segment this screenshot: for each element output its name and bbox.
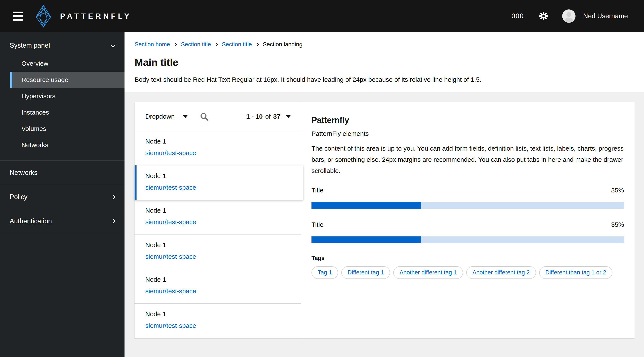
list-pane: Dropdown 1 - 10 of 37 — [134, 102, 301, 338]
tag-chip[interactable]: Tag 1 — [312, 266, 338, 279]
node-title: Node 1 — [145, 138, 291, 145]
breadcrumb-separator-icon — [174, 43, 177, 46]
content-section: Dropdown 1 - 10 of 37 — [124, 92, 644, 357]
page-description: Body text should be Red Hat Text Regular… — [134, 75, 634, 84]
pagination-menu[interactable]: 1 - 10 of 37 — [246, 113, 291, 120]
page-title: Main title — [134, 56, 634, 68]
node-link[interactable]: siemur/test-space — [145, 288, 291, 295]
list-item[interactable]: Node 1 siemur/test-space — [134, 200, 301, 235]
list-item[interactable]: Node 1 siemur/test-space — [134, 131, 301, 165]
tag-chip[interactable]: Different than tag 1 or 2 — [539, 266, 612, 279]
list-item[interactable]: Node 1 siemur/test-space — [134, 304, 301, 338]
node-title: Node 1 — [145, 207, 291, 214]
settings-button[interactable] — [539, 11, 548, 20]
node-title: Node 1 — [145, 241, 291, 249]
chevron-right-icon — [110, 194, 116, 200]
node-link[interactable]: siemur/test-space — [145, 149, 291, 157]
node-link[interactable]: siemur/test-space — [145, 184, 293, 191]
page-header: Section home Section title Section title… — [124, 32, 644, 92]
tag-chip[interactable]: Another different tag 2 — [466, 266, 536, 279]
hamburger-icon — [13, 15, 23, 17]
breadcrumb-separator-icon — [256, 43, 259, 46]
progress-track — [312, 202, 624, 209]
pagination-total: 37 — [273, 113, 280, 120]
sidebar-section-authentication[interactable]: Authentication — [0, 209, 124, 233]
tag-chip[interactable]: Another different tag 1 — [393, 266, 463, 279]
node-link[interactable]: siemur/test-space — [145, 322, 291, 329]
breadcrumb-link[interactable]: Section home — [134, 41, 170, 48]
filter-dropdown[interactable]: Dropdown — [145, 113, 188, 120]
sidebar-item-instances[interactable]: Instances — [0, 104, 124, 121]
sidebar-item-resource-usage[interactable]: Resource usage — [10, 72, 124, 88]
sidebar-nav: System panel Overview Resource usage Hyp… — [0, 32, 124, 357]
drawer-subtitle: PatternFly elements — [312, 130, 624, 137]
progress-fill — [312, 202, 421, 209]
progress-track — [312, 236, 624, 243]
sidebar-section-label: Networks — [10, 169, 37, 177]
drawer-panel: Patternfly PatternFly elements The conte… — [301, 102, 634, 338]
list-item[interactable]: Node 1 siemur/test-space — [134, 269, 301, 304]
search-icon — [200, 112, 209, 121]
pagination-of: of — [265, 113, 271, 120]
filter-dropdown-label: Dropdown — [145, 113, 175, 120]
sidebar-section-policy[interactable]: Policy — [0, 185, 124, 209]
chevron-right-icon — [110, 218, 116, 224]
sidebar-subnav: Overview Resource usage Hypervisors Inst… — [0, 55, 124, 160]
sidebar-item-label: Overview — [22, 60, 48, 67]
tags-label: Tags — [312, 255, 624, 262]
sidebar-section-networks[interactable]: Networks — [0, 160, 124, 185]
tags-group: Tag 1 Different tag 1 Another different … — [312, 266, 624, 279]
progress-group: Title 35% — [312, 221, 624, 243]
menu-toggle-button[interactable] — [13, 11, 23, 20]
caret-down-icon — [286, 115, 291, 118]
sidebar-section-system-panel[interactable]: System panel — [0, 32, 124, 55]
list-toolbar: Dropdown 1 - 10 of 37 — [134, 102, 301, 131]
sidebar-item-volumes[interactable]: Volumes — [0, 121, 124, 137]
data-list: Node 1 siemur/test-space Node 1 siemur/t… — [134, 131, 301, 338]
sidebar-item-hypervisors[interactable]: Hypervisors — [0, 88, 124, 104]
progress-value: 35% — [611, 221, 624, 228]
node-link[interactable]: siemur/test-space — [145, 218, 291, 226]
username-menu[interactable]: Ned Username — [583, 12, 628, 20]
breadcrumb-link[interactable]: Section title — [181, 41, 211, 48]
sidebar-item-label: Resource usage — [22, 76, 68, 83]
list-item[interactable]: Node 1 siemur/test-space — [134, 235, 301, 269]
sidebar-item-overview[interactable]: Overview — [0, 55, 124, 72]
chevron-down-icon — [110, 42, 116, 47]
breadcrumb-current: Section landing — [263, 41, 302, 48]
breadcrumb-link[interactable]: Section title — [222, 41, 252, 48]
caret-down-icon — [183, 115, 188, 118]
brand-link[interactable]: PATTERNFLY — [34, 5, 132, 27]
node-link[interactable]: siemur/test-space — [145, 253, 291, 260]
masthead: PATTERNFLY 000 — [0, 0, 644, 32]
drawer-description: The content of this area is up to you. Y… — [312, 143, 624, 176]
pagination-range: 1 - 10 — [246, 113, 263, 120]
data-list-card: Dropdown 1 - 10 of 37 — [134, 102, 634, 338]
progress-group: Title 35% — [312, 187, 624, 209]
breadcrumb-separator-icon — [215, 43, 218, 46]
hamburger-icon — [13, 11, 23, 13]
node-title: Node 1 — [145, 276, 291, 283]
main-content: Section home Section title Section title… — [124, 32, 644, 357]
masthead-toolbar: 000 — [512, 9, 628, 23]
progress-value: 35% — [611, 187, 624, 194]
drawer-title: Patternfly — [312, 116, 624, 125]
sidebar-item-networks[interactable]: Networks — [0, 137, 124, 153]
progress-label: Title — [312, 187, 324, 194]
gear-icon — [539, 11, 548, 20]
progress-label: Title — [312, 221, 324, 228]
avatar-icon — [562, 9, 576, 23]
patternfly-logo-icon — [34, 5, 53, 27]
list-item-selected[interactable]: Node 1 siemur/test-space — [134, 165, 303, 200]
tag-chip[interactable]: Different tag 1 — [341, 266, 390, 279]
search-button[interactable] — [200, 112, 209, 121]
sidebar-item-label: Volumes — [22, 125, 46, 132]
sidebar-item-label: Hypervisors — [22, 92, 56, 100]
sidebar-section-label: System panel — [10, 42, 50, 49]
node-title: Node 1 — [145, 172, 293, 180]
sidebar-section-label: Authentication — [10, 217, 52, 225]
breadcrumb: Section home Section title Section title… — [134, 41, 634, 48]
sidebar-item-label: Networks — [22, 141, 48, 149]
masthead-counter: 000 — [512, 12, 524, 20]
avatar[interactable] — [562, 9, 576, 23]
